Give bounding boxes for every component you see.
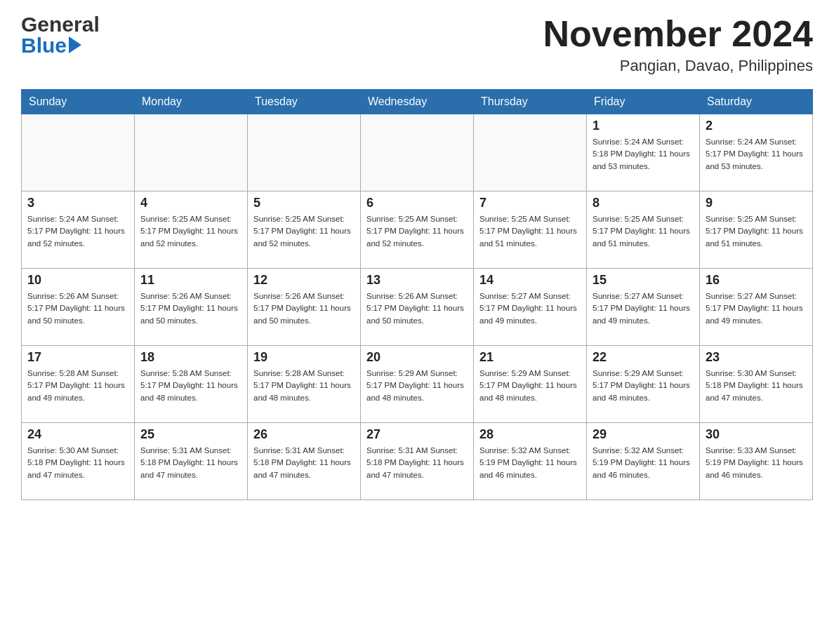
calendar-week-row: 3Sunrise: 5:24 AM Sunset: 5:17 PM Daylig… [22, 192, 813, 269]
calendar-cell: 14Sunrise: 5:27 AM Sunset: 5:17 PM Dayli… [474, 269, 587, 346]
calendar-cell: 21Sunrise: 5:29 AM Sunset: 5:17 PM Dayli… [474, 346, 587, 423]
day-info: Sunrise: 5:27 AM Sunset: 5:17 PM Dayligh… [593, 290, 694, 327]
day-info: Sunrise: 5:31 AM Sunset: 5:18 PM Dayligh… [140, 445, 241, 481]
day-number: 18 [140, 350, 241, 365]
day-number: 15 [593, 273, 694, 288]
calendar-cell: 16Sunrise: 5:27 AM Sunset: 5:17 PM Dayli… [700, 269, 813, 346]
calendar-day-header: Thursday [474, 90, 587, 114]
calendar-cell: 28Sunrise: 5:32 AM Sunset: 5:19 PM Dayli… [474, 423, 587, 500]
day-number: 22 [593, 350, 694, 365]
calendar-subtitle: Pangian, Davao, Philippines [543, 57, 813, 75]
day-info: Sunrise: 5:25 AM Sunset: 5:17 PM Dayligh… [253, 213, 355, 250]
day-number: 19 [253, 350, 355, 365]
calendar-week-row: 24Sunrise: 5:30 AM Sunset: 5:18 PM Dayli… [22, 423, 813, 500]
calendar-cell: 25Sunrise: 5:31 AM Sunset: 5:18 PM Dayli… [135, 423, 248, 500]
day-number: 29 [593, 427, 694, 442]
day-number: 8 [593, 196, 694, 210]
day-number: 25 [140, 427, 241, 442]
day-info: Sunrise: 5:28 AM Sunset: 5:17 PM Dayligh… [253, 368, 355, 404]
day-info: Sunrise: 5:26 AM Sunset: 5:17 PM Dayligh… [140, 290, 241, 327]
day-number: 24 [27, 427, 128, 442]
day-info: Sunrise: 5:28 AM Sunset: 5:17 PM Dayligh… [27, 368, 128, 404]
calendar-table: SundayMondayTuesdayWednesdayThursdayFrid… [21, 89, 813, 500]
logo-blue-text: Blue [21, 35, 67, 56]
day-info: Sunrise: 5:26 AM Sunset: 5:17 PM Dayligh… [27, 290, 128, 327]
day-number: 27 [366, 427, 468, 442]
logo: General Blue [21, 14, 100, 56]
calendar-cell: 1Sunrise: 5:24 AM Sunset: 5:18 PM Daylig… [587, 114, 700, 192]
day-info: Sunrise: 5:26 AM Sunset: 5:17 PM Dayligh… [253, 290, 355, 327]
day-info: Sunrise: 5:33 AM Sunset: 5:19 PM Dayligh… [706, 445, 807, 481]
day-number: 30 [706, 427, 807, 442]
day-number: 14 [479, 273, 581, 288]
calendar-cell: 30Sunrise: 5:33 AM Sunset: 5:19 PM Dayli… [700, 423, 813, 500]
day-info: Sunrise: 5:25 AM Sunset: 5:17 PM Dayligh… [706, 213, 807, 250]
day-number: 5 [253, 196, 355, 210]
calendar-cell: 22Sunrise: 5:29 AM Sunset: 5:17 PM Dayli… [587, 346, 700, 423]
day-info: Sunrise: 5:31 AM Sunset: 5:18 PM Dayligh… [253, 445, 355, 481]
logo-triangle-icon [69, 36, 81, 53]
day-number: 2 [706, 119, 807, 133]
calendar-day-header: Friday [587, 90, 700, 114]
calendar-cell [248, 114, 361, 192]
calendar-cell: 15Sunrise: 5:27 AM Sunset: 5:17 PM Dayli… [587, 269, 700, 346]
calendar-cell: 27Sunrise: 5:31 AM Sunset: 5:18 PM Dayli… [361, 423, 474, 500]
day-number: 10 [27, 273, 128, 288]
day-number: 1 [593, 119, 694, 133]
calendar-cell: 6Sunrise: 5:25 AM Sunset: 5:17 PM Daylig… [361, 192, 474, 269]
day-number: 4 [140, 196, 241, 210]
day-number: 21 [479, 350, 581, 365]
calendar-cell: 19Sunrise: 5:28 AM Sunset: 5:17 PM Dayli… [248, 346, 361, 423]
calendar-cell: 26Sunrise: 5:31 AM Sunset: 5:18 PM Dayli… [248, 423, 361, 500]
day-info: Sunrise: 5:32 AM Sunset: 5:19 PM Dayligh… [593, 445, 694, 481]
day-info: Sunrise: 5:30 AM Sunset: 5:18 PM Dayligh… [27, 445, 128, 481]
day-info: Sunrise: 5:25 AM Sunset: 5:17 PM Dayligh… [140, 213, 241, 250]
day-info: Sunrise: 5:24 AM Sunset: 5:17 PM Dayligh… [27, 213, 128, 250]
day-info: Sunrise: 5:32 AM Sunset: 5:19 PM Dayligh… [479, 445, 581, 481]
day-info: Sunrise: 5:28 AM Sunset: 5:17 PM Dayligh… [140, 368, 241, 404]
calendar-cell: 18Sunrise: 5:28 AM Sunset: 5:17 PM Dayli… [135, 346, 248, 423]
day-number: 16 [706, 273, 807, 288]
day-number: 12 [253, 273, 355, 288]
day-info: Sunrise: 5:25 AM Sunset: 5:17 PM Dayligh… [479, 213, 581, 250]
calendar-cell: 11Sunrise: 5:26 AM Sunset: 5:17 PM Dayli… [135, 269, 248, 346]
calendar-cell: 5Sunrise: 5:25 AM Sunset: 5:17 PM Daylig… [248, 192, 361, 269]
calendar-cell: 8Sunrise: 5:25 AM Sunset: 5:17 PM Daylig… [587, 192, 700, 269]
calendar-cell: 29Sunrise: 5:32 AM Sunset: 5:19 PM Dayli… [587, 423, 700, 500]
calendar-cell: 2Sunrise: 5:24 AM Sunset: 5:17 PM Daylig… [700, 114, 813, 192]
calendar-header-row: SundayMondayTuesdayWednesdayThursdayFrid… [22, 90, 813, 114]
calendar-cell [361, 114, 474, 192]
calendar-cell [135, 114, 248, 192]
day-info: Sunrise: 5:29 AM Sunset: 5:17 PM Dayligh… [366, 368, 468, 404]
day-info: Sunrise: 5:24 AM Sunset: 5:18 PM Dayligh… [593, 136, 694, 173]
calendar-cell [474, 114, 587, 192]
day-info: Sunrise: 5:24 AM Sunset: 5:17 PM Dayligh… [706, 136, 807, 173]
day-number: 6 [366, 196, 468, 210]
day-number: 13 [366, 273, 468, 288]
calendar-cell: 10Sunrise: 5:26 AM Sunset: 5:17 PM Dayli… [22, 269, 135, 346]
calendar-cell: 23Sunrise: 5:30 AM Sunset: 5:18 PM Dayli… [700, 346, 813, 423]
day-number: 7 [479, 196, 581, 210]
day-number: 17 [27, 350, 128, 365]
calendar-day-header: Wednesday [361, 90, 474, 114]
page-header: General Blue November 2024 Pangian, Dava… [21, 14, 813, 75]
day-info: Sunrise: 5:29 AM Sunset: 5:17 PM Dayligh… [479, 368, 581, 404]
calendar-cell: 12Sunrise: 5:26 AM Sunset: 5:17 PM Dayli… [248, 269, 361, 346]
day-info: Sunrise: 5:27 AM Sunset: 5:17 PM Dayligh… [479, 290, 581, 327]
day-number: 20 [366, 350, 468, 365]
day-info: Sunrise: 5:30 AM Sunset: 5:18 PM Dayligh… [706, 368, 807, 404]
day-number: 28 [479, 427, 581, 442]
calendar-day-header: Sunday [22, 90, 135, 114]
calendar-cell: 7Sunrise: 5:25 AM Sunset: 5:17 PM Daylig… [474, 192, 587, 269]
day-number: 11 [140, 273, 241, 288]
title-area: November 2024 Pangian, Davao, Philippine… [543, 14, 813, 75]
logo-general-text: General [21, 14, 100, 35]
day-info: Sunrise: 5:26 AM Sunset: 5:17 PM Dayligh… [366, 290, 468, 327]
day-number: 9 [706, 196, 807, 210]
calendar-cell: 3Sunrise: 5:24 AM Sunset: 5:17 PM Daylig… [22, 192, 135, 269]
day-info: Sunrise: 5:25 AM Sunset: 5:17 PM Dayligh… [366, 213, 468, 250]
calendar-cell [22, 114, 135, 192]
calendar-day-header: Saturday [700, 90, 813, 114]
day-number: 23 [706, 350, 807, 365]
calendar-week-row: 10Sunrise: 5:26 AM Sunset: 5:17 PM Dayli… [22, 269, 813, 346]
